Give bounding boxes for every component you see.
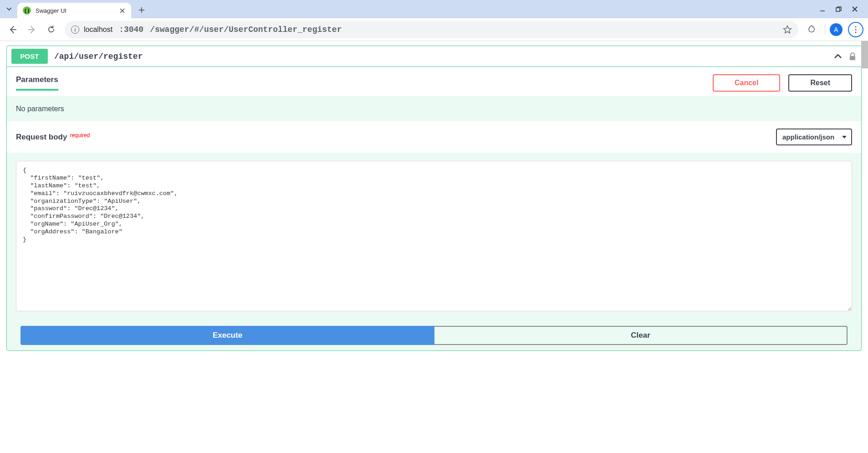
svg-point-1 [855, 26, 856, 27]
chevron-down-icon [6, 6, 12, 12]
back-button[interactable] [5, 21, 21, 38]
svg-point-2 [855, 29, 856, 30]
swagger-favicon-icon: { } [23, 6, 31, 15]
url-path: /swagger/#/user/UserController_register [150, 25, 342, 34]
request-body-header: Request body required application/json [7, 121, 861, 153]
window-close-button[interactable] [852, 6, 858, 12]
content-type-select-wrap: application/json [776, 129, 852, 145]
page-scrollbar-thumb[interactable] [861, 41, 868, 68]
browser-toolbar: i localhost:3040/swagger/#/user/UserCont… [0, 18, 868, 41]
request-body-editor[interactable] [16, 161, 852, 311]
tab-search-dropdown[interactable] [4, 6, 15, 12]
maximize-button[interactable] [836, 6, 842, 12]
tab-close-button[interactable] [118, 7, 126, 14]
parameters-tab[interactable]: Parameters [16, 75, 58, 91]
puzzle-icon [807, 25, 817, 34]
plus-icon [138, 7, 145, 13]
auth-lock[interactable] [848, 52, 857, 61]
operation-summary[interactable]: POST /api/user/register [7, 46, 861, 67]
vertical-dots-icon [855, 26, 857, 33]
body-editor-container [7, 153, 861, 318]
url-host: localhost [84, 26, 112, 33]
swagger-page: POST /api/user/register Parameters Cance… [0, 41, 868, 351]
clear-button[interactable]: Clear [434, 326, 848, 345]
chrome-menu-button[interactable] [848, 22, 863, 37]
http-method-badge: POST [11, 49, 48, 64]
operation-block: POST /api/user/register Parameters Cance… [6, 46, 862, 351]
cancel-button[interactable]: Cancel [713, 74, 780, 92]
content-type-select[interactable]: application/json [776, 129, 852, 145]
profile-avatar[interactable]: A [830, 23, 842, 36]
toolbar-divider [825, 25, 825, 35]
close-icon [852, 6, 858, 12]
parameters-header: Parameters Cancel Reset [7, 67, 861, 97]
minimize-button[interactable] [819, 6, 826, 12]
no-parameters-text: No parameters [7, 97, 861, 121]
tab-title: Swagger UI [36, 7, 114, 14]
forward-button[interactable] [24, 21, 40, 38]
parameters-actions: Cancel Reset [713, 74, 852, 92]
request-body-title: Request body [16, 133, 67, 142]
parameters-title: Parameters [16, 75, 58, 84]
execute-button[interactable]: Execute [20, 326, 434, 345]
star-icon [783, 25, 792, 34]
url-text: localhost:3040/swagger/#/user/UserContro… [84, 25, 342, 34]
svg-rect-0 [836, 8, 840, 11]
reload-button[interactable] [43, 21, 59, 38]
arrow-left-icon [8, 25, 17, 34]
bookmark-button[interactable] [783, 25, 792, 34]
collapse-toggle[interactable] [833, 51, 843, 62]
reset-button[interactable]: Reset [788, 74, 852, 92]
chevron-up-icon [833, 51, 843, 62]
svg-point-3 [855, 31, 856, 33]
required-badge: required [70, 132, 90, 139]
maximize-icon [836, 6, 842, 12]
new-tab-button[interactable] [135, 3, 148, 17]
arrow-right-icon [27, 25, 36, 34]
close-icon [120, 8, 125, 13]
browser-tab[interactable]: { } Swagger UI [17, 3, 131, 18]
browser-chrome: { } Swagger UI [0, 0, 868, 41]
window-controls [819, 0, 864, 18]
address-bar[interactable]: i localhost:3040/swagger/#/user/UserCont… [65, 21, 798, 38]
reload-icon [47, 25, 56, 34]
endpoint-path: /api/user/register [54, 52, 143, 61]
summary-controls [833, 51, 857, 62]
svg-rect-4 [850, 56, 855, 60]
lock-icon [848, 52, 857, 61]
minimize-icon [819, 6, 826, 12]
tab-bar: { } Swagger UI [0, 0, 868, 18]
execute-row: Execute Clear [7, 318, 861, 350]
extensions-button[interactable] [804, 21, 820, 38]
site-info-icon[interactable]: i [71, 26, 79, 34]
url-port: :3040 [119, 25, 143, 34]
